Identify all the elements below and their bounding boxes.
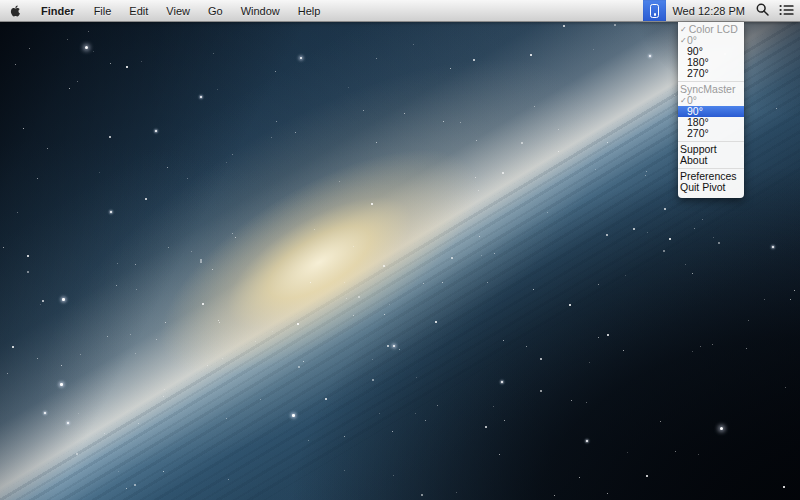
menu-item-label: 270° — [687, 128, 709, 139]
menu-item-about[interactable]: About — [678, 155, 744, 166]
star — [61, 365, 62, 366]
star — [37, 358, 38, 359]
star — [660, 421, 661, 422]
star — [80, 354, 81, 355]
star — [595, 169, 596, 170]
star — [625, 275, 626, 276]
star — [135, 353, 136, 354]
menubar-menu-view[interactable]: View — [157, 0, 199, 21]
star — [785, 387, 786, 388]
menubar-menu-file[interactable]: File — [85, 0, 121, 21]
star — [451, 257, 453, 259]
star — [485, 426, 487, 428]
star — [499, 454, 500, 455]
menu-item-label: Quit Pivot — [680, 182, 726, 193]
star — [104, 433, 105, 434]
star — [692, 351, 693, 352]
star — [646, 475, 648, 477]
star — [155, 130, 157, 132]
star — [109, 136, 111, 138]
pivot-menu-extra[interactable] — [643, 0, 666, 21]
star — [547, 212, 548, 213]
menu-bar-left: Finder FileEditViewGoWindowHelp — [0, 0, 329, 21]
star — [571, 400, 572, 401]
star — [110, 63, 111, 64]
star — [392, 431, 393, 432]
star — [135, 264, 136, 265]
star — [168, 247, 169, 248]
star — [563, 25, 565, 27]
star — [606, 234, 608, 236]
star — [614, 24, 616, 26]
star — [297, 323, 299, 325]
star — [647, 232, 648, 233]
star — [663, 250, 665, 252]
notification-center-menu-extra[interactable] — [775, 0, 800, 21]
star — [399, 349, 400, 350]
star — [295, 132, 296, 133]
star — [226, 418, 227, 419]
menubar-clock[interactable]: Wed 12:28 PM — [666, 5, 750, 17]
star — [346, 298, 347, 299]
star — [136, 289, 137, 290]
star — [702, 219, 703, 220]
checkmark-icon: ✓ — [680, 95, 687, 106]
star — [88, 31, 89, 32]
rotated-display-icon — [650, 4, 659, 18]
star — [67, 422, 69, 424]
star — [272, 331, 273, 332]
star — [200, 96, 202, 98]
star — [384, 314, 385, 315]
star — [29, 48, 30, 49]
star — [540, 358, 542, 360]
menubar-menu-help[interactable]: Help — [289, 0, 330, 21]
menu-item-label: About — [680, 155, 707, 166]
menu-item-quit-pivot[interactable]: Quit Pivot — [678, 182, 744, 193]
menubar-menu-window[interactable]: Window — [232, 0, 289, 21]
star — [372, 359, 373, 360]
star — [718, 242, 720, 244]
star — [325, 398, 327, 400]
star — [228, 479, 229, 480]
star — [15, 64, 16, 65]
star — [107, 336, 108, 337]
star — [167, 167, 168, 168]
star — [353, 246, 354, 247]
star — [772, 246, 774, 248]
star — [437, 405, 438, 406]
list-icon — [779, 4, 794, 18]
star — [389, 304, 390, 305]
apple-logo-icon — [9, 4, 21, 18]
star — [633, 228, 635, 230]
star — [443, 121, 444, 122]
menubar-menu-edit[interactable]: Edit — [120, 0, 157, 21]
star — [126, 488, 127, 489]
star — [598, 337, 599, 338]
star — [558, 151, 559, 152]
pivot-dropdown-menu: ✓Color LCD✓0°90°180°270°SyncMaster✓0°90°… — [678, 22, 744, 198]
menubar-menu-go[interactable]: Go — [199, 0, 232, 21]
star — [530, 54, 532, 56]
star — [212, 269, 213, 270]
menu-item-syncmaster-270deg[interactable]: 270° — [678, 128, 744, 139]
star — [460, 122, 461, 123]
star — [138, 423, 139, 424]
star — [344, 282, 345, 283]
star — [479, 236, 480, 237]
star — [494, 253, 495, 254]
spotlight-menu-extra[interactable] — [750, 0, 775, 21]
star — [363, 110, 364, 111]
star — [156, 339, 157, 340]
star — [481, 255, 482, 256]
apple-menu[interactable] — [0, 0, 31, 21]
star — [93, 51, 94, 52]
star — [413, 44, 414, 45]
menu-item-label: 270° — [687, 68, 709, 79]
star — [202, 303, 204, 305]
star — [645, 175, 646, 176]
star — [442, 282, 443, 283]
menubar-app-menu[interactable]: Finder — [31, 0, 85, 21]
menu-item-color-lcd-270deg[interactable]: 270° — [678, 68, 744, 79]
star — [383, 265, 385, 267]
star — [607, 493, 608, 494]
